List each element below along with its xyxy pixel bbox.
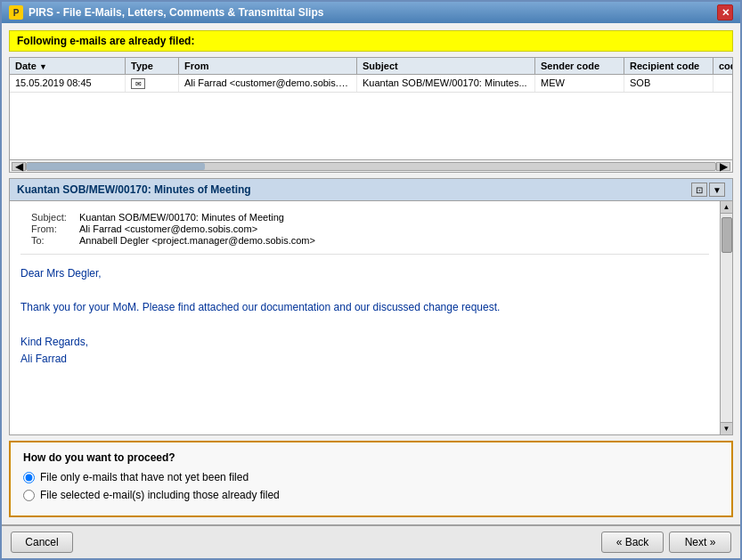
radio-option-1[interactable]: File only e-mails that have not yet been… xyxy=(23,471,719,483)
scroll-left-btn[interactable]: ◀ xyxy=(12,162,26,171)
preview-meta: Subject: Kuantan SOB/MEW/00170: Minutes … xyxy=(20,208,709,255)
email-preview-section: Kuantan SOB/MEW/00170: Minutes of Meetin… xyxy=(9,178,733,435)
title-bar: P PIRS - File E-Mails, Letters, Comments… xyxy=(2,2,740,23)
table-row[interactable]: 15.05.2019 08:45 ✉ Ali Farrad <customer@… xyxy=(10,75,732,93)
horizontal-scrollbar-area: ◀ ▶ xyxy=(10,159,732,172)
preview-controls: ⊡ ▼ xyxy=(691,183,725,197)
horizontal-scrollbar[interactable] xyxy=(26,162,716,171)
next-button[interactable]: Next » xyxy=(669,532,731,553)
cell-sender-code: MEW xyxy=(535,75,624,92)
scroll-up-btn[interactable]: ▲ xyxy=(721,201,733,214)
cell-from: Ali Farrad <customer@demo.sobis.com> xyxy=(179,75,357,92)
col-header-subject: Subject xyxy=(357,58,535,74)
col-header-sender-code: Sender code xyxy=(535,58,624,74)
window-content: Following e-mails are already filed: Dat… xyxy=(2,23,740,524)
radio-option-2-label: File selected e-mail(s) including those … xyxy=(40,489,280,501)
radio-option-1-label: File only e-mails that have not yet been… xyxy=(40,471,249,483)
col-header-code: code xyxy=(713,58,733,74)
sort-icon: ▼ xyxy=(39,62,47,71)
subject-label: Subject: xyxy=(31,212,76,223)
main-window: P PIRS - File E-Mails, Letters, Comments… xyxy=(0,0,742,560)
body-main: Thank you for your MoM. Please find atta… xyxy=(20,299,709,316)
cell-code xyxy=(713,75,732,92)
email-body: Dear Mrs Degler, Thank you for your MoM.… xyxy=(20,262,709,371)
preview-header-bar: Kuantan SOB/MEW/00170: Minutes of Meetin… xyxy=(10,179,732,201)
scroll-down-btn[interactable]: ▼ xyxy=(721,422,733,434)
table-header: Date ▼ Type From Subject Sender code Rec… xyxy=(10,58,732,75)
title-bar-left: P PIRS - File E-Mails, Letters, Comments… xyxy=(9,5,323,20)
col-header-date: Date ▼ xyxy=(10,58,126,74)
preview-title: Kuantan SOB/MEW/00170: Minutes of Meetin… xyxy=(17,183,251,196)
back-button[interactable]: « Back xyxy=(601,532,664,553)
radio-all-filed[interactable] xyxy=(23,490,35,501)
vertical-scrollbar: ▲ ▼ xyxy=(720,201,732,434)
scrollbar-thumb xyxy=(27,163,205,170)
window-title: PIRS - File E-Mails, Letters, Comments &… xyxy=(29,6,323,19)
from-label: From: xyxy=(31,223,76,234)
body-signature: Ali Farrad xyxy=(20,351,709,368)
cancel-button[interactable]: Cancel xyxy=(11,532,73,553)
scroll-thumb[interactable] xyxy=(722,217,732,253)
cell-date: 15.05.2019 08:45 xyxy=(10,75,126,92)
meta-to-row: To: Annabell Degler <project.manager@dem… xyxy=(31,235,698,246)
scroll-track xyxy=(721,214,733,422)
proceed-section: How do you want to proceed? File only e-… xyxy=(9,441,733,517)
radio-option-2[interactable]: File selected e-mail(s) including those … xyxy=(23,489,719,501)
body-greeting: Dear Mrs Degler, xyxy=(20,265,709,282)
cell-subject: Kuantan SOB/MEW/00170: Minutes... xyxy=(357,75,535,92)
subject-value: Kuantan SOB/MEW/00170: Minutes of Meetin… xyxy=(79,212,284,223)
meta-subject-row: Subject: Kuantan SOB/MEW/00170: Minutes … xyxy=(31,212,698,223)
body-closing: Kind Regards, xyxy=(20,334,709,351)
email-type-icon: ✉ xyxy=(131,78,145,89)
table-body: 15.05.2019 08:45 ✉ Ali Farrad <customer@… xyxy=(10,75,732,159)
footer-right: « Back Next » xyxy=(601,532,731,553)
restore-btn[interactable]: ⊡ xyxy=(691,183,707,197)
email-table-section: Date ▼ Type From Subject Sender code Rec… xyxy=(9,57,733,173)
collapse-btn[interactable]: ▼ xyxy=(709,183,725,197)
to-value: Annabell Degler <project.manager@demo.so… xyxy=(79,235,315,246)
meta-from-row: From: Ali Farrad <customer@demo.sobis.co… xyxy=(31,223,698,234)
cell-recipient-code: SOB xyxy=(624,75,713,92)
col-header-type: Type xyxy=(126,58,179,74)
scroll-right-btn[interactable]: ▶ xyxy=(716,162,730,171)
preview-content: Subject: Kuantan SOB/MEW/00170: Minutes … xyxy=(10,201,732,434)
alert-banner: Following e-mails are already filed: xyxy=(9,30,733,52)
footer-bar: Cancel « Back Next » xyxy=(2,524,740,558)
radio-not-filed[interactable] xyxy=(23,472,35,483)
from-value: Ali Farrad <customer@demo.sobis.com> xyxy=(79,223,257,234)
close-button[interactable]: ✕ xyxy=(717,4,733,20)
proceed-title: How do you want to proceed? xyxy=(23,451,719,464)
preview-body: Subject: Kuantan SOB/MEW/00170: Minutes … xyxy=(10,201,720,434)
app-icon: P xyxy=(9,5,23,20)
col-header-from: From xyxy=(179,58,357,74)
cell-type: ✉ xyxy=(126,75,179,92)
col-header-recipient-code: Recipient code xyxy=(624,58,713,74)
to-label: To: xyxy=(31,235,76,246)
